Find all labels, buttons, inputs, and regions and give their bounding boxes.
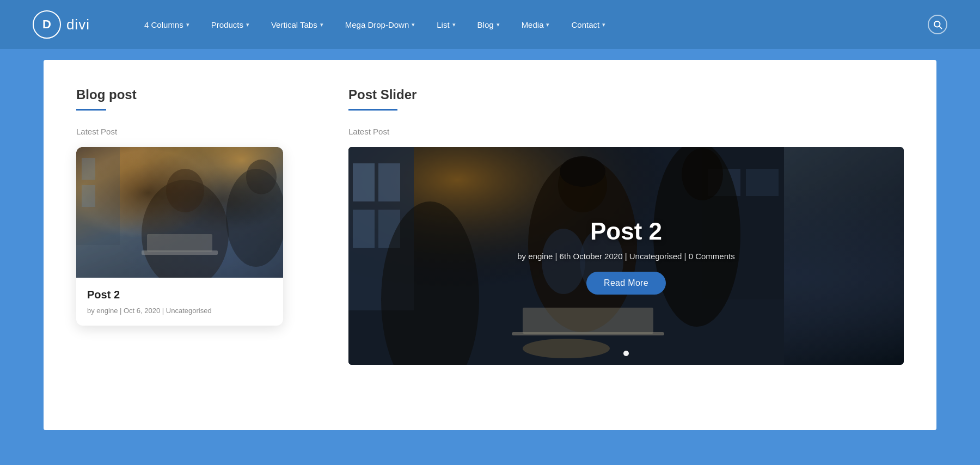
- main-content: Blog post Latest Post: [44, 60, 936, 430]
- slider-title: Post Slider: [348, 87, 904, 102]
- slider-dot-1[interactable]: [623, 351, 629, 356]
- post-card-image: [76, 147, 283, 278]
- blog-post-section: Blog post Latest Post: [76, 87, 316, 397]
- latest-post-label: Latest Post: [76, 127, 316, 136]
- svg-point-4: [166, 169, 204, 212]
- search-icon[interactable]: [928, 15, 947, 34]
- nav-item-list[interactable]: List ▾: [426, 20, 466, 29]
- post-card-title: Post 2: [87, 289, 272, 301]
- blog-post-title: Blog post: [76, 87, 316, 102]
- title-underline: [76, 109, 106, 111]
- logo[interactable]: D divi: [33, 10, 90, 39]
- post-slider-section: Post Slider Latest Post: [348, 87, 904, 397]
- chevron-down-icon: ▾: [246, 21, 249, 28]
- svg-rect-11: [82, 185, 95, 207]
- svg-rect-10: [82, 158, 95, 180]
- chevron-down-icon: ▾: [546, 21, 549, 28]
- nav-item-media[interactable]: Media ▾: [511, 20, 561, 29]
- nav-item-products[interactable]: Products ▾: [200, 20, 260, 29]
- chevron-down-icon: ▾: [320, 21, 323, 28]
- slider-container: Post 2 by engine | 6th October 2020 | Un…: [348, 147, 904, 365]
- post-card-body: Post 2 by engine | Oct 6, 2020 | Uncateg…: [76, 278, 283, 315]
- read-more-button[interactable]: Read More: [586, 272, 666, 295]
- svg-rect-8: [147, 234, 212, 252]
- post-card[interactable]: Post 2 by engine | Oct 6, 2020 | Uncateg…: [76, 147, 283, 326]
- logo-icon: D: [33, 10, 61, 39]
- logo-text: divi: [66, 16, 90, 33]
- post-card-meta: by engine | Oct 6, 2020 | Uncategorised: [87, 307, 272, 315]
- navbar: D divi 4 Columns ▾ Products ▾ Vertical T…: [0, 0, 980, 49]
- chevron-down-icon: ▾: [497, 21, 500, 28]
- chevron-down-icon: ▾: [452, 21, 456, 28]
- nav-item-mega-dropdown[interactable]: Mega Drop-Down ▾: [334, 20, 426, 29]
- slider-post-meta: by engine | 6th October 2020 | Uncategor…: [517, 252, 734, 261]
- chevron-down-icon: ▾: [186, 21, 189, 28]
- chevron-down-icon: ▾: [412, 21, 415, 28]
- nav-item-4columns[interactable]: 4 Columns ▾: [133, 20, 200, 29]
- slider-dots: [623, 351, 629, 356]
- slider-post-title: Post 2: [590, 218, 662, 245]
- nav-item-vertical-tabs[interactable]: Vertical Tabs ▾: [260, 20, 334, 29]
- slider-latest-label: Latest Post: [348, 127, 904, 136]
- svg-line-1: [939, 26, 941, 28]
- nav-items: 4 Columns ▾ Products ▾ Vertical Tabs ▾ M…: [133, 20, 928, 29]
- svg-point-6: [246, 160, 277, 194]
- chevron-down-icon: ▾: [602, 21, 605, 28]
- slider-underline: [348, 109, 397, 111]
- slider-overlay: Post 2 by engine | 6th October 2020 | Un…: [348, 147, 904, 365]
- nav-item-contact[interactable]: Contact ▾: [560, 20, 616, 29]
- nav-item-blog[interactable]: Blog ▾: [467, 20, 511, 29]
